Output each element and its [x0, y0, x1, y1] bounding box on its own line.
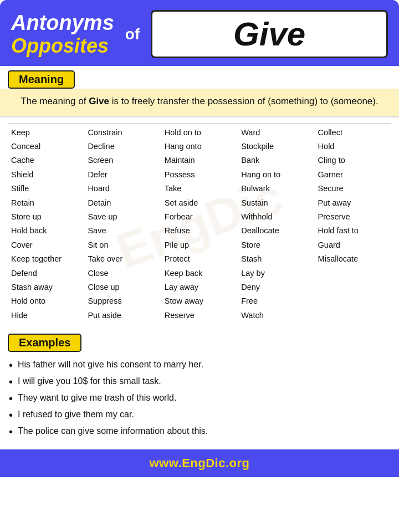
antonym-word: Preserve	[315, 210, 391, 224]
antonym-word: Pile up	[161, 238, 238, 252]
header-opposites: Opposites	[11, 35, 114, 57]
antonym-word: Screen	[84, 154, 161, 167]
antonym-word: Save up	[84, 210, 161, 224]
footer-brand: EngDic	[182, 456, 226, 470]
antonym-word: Save	[84, 224, 161, 238]
antonym-word: Refuse	[161, 224, 238, 238]
antonym-word: Stifle	[8, 182, 84, 196]
meaning-bold-word: Give	[89, 96, 109, 106]
meaning-text-before: The meaning of	[21, 96, 89, 106]
antonym-word: Forbear	[161, 210, 238, 224]
antonym-word: Watch	[238, 309, 314, 323]
antonym-word: Keep together	[8, 252, 84, 266]
examples-label: Examples	[8, 334, 81, 352]
antonym-word: Take	[161, 182, 238, 196]
antonym-word: Stash	[238, 252, 314, 266]
antonym-word: Suppress	[84, 294, 161, 308]
antonym-word: Garner	[315, 168, 391, 182]
antonym-word: Hang onto	[161, 140, 238, 154]
header: Antonyms Opposites of Give	[0, 0, 399, 66]
antonym-word: Deny	[238, 280, 314, 294]
example-item: The police can give some information abo…	[8, 423, 391, 439]
antonym-word: Detain	[84, 196, 161, 209]
antonym-word: Set aside	[161, 196, 238, 209]
antonym-word: Cache	[8, 154, 84, 167]
antonym-word: Hold fast to	[315, 224, 391, 238]
antonym-word: Stockpile	[238, 140, 314, 154]
antonym-word: Secure	[315, 182, 391, 196]
antonym-word: Keep	[8, 126, 84, 140]
antonym-word: Retain	[8, 196, 84, 209]
examples-label-row: Examples	[0, 330, 399, 352]
antonym-word: Close	[84, 266, 161, 280]
antonym-word: Hang on to	[238, 168, 314, 182]
antonyms-col-3: Hold on toHang ontoMaintainPossessTakeSe…	[161, 124, 238, 325]
antonym-word: Protect	[161, 252, 238, 266]
antonym-word: Bulwark	[238, 182, 314, 196]
footer-org: .org	[226, 456, 250, 470]
antonym-word: Constrain	[84, 126, 161, 140]
antonym-word: Keep back	[161, 266, 238, 280]
antonym-word: Deallocate	[238, 224, 314, 238]
antonyms-col-2: ConstrainDeclineScreenDeferHoardDetainSa…	[84, 124, 161, 325]
example-item: His father will not give his consent to …	[8, 356, 391, 373]
antonym-word: Shield	[8, 168, 84, 182]
antonym-word: Cling to	[315, 154, 391, 167]
antonym-word: Defend	[8, 266, 84, 280]
header-title-block: Antonyms Opposites	[11, 12, 114, 57]
header-of: of	[125, 25, 140, 43]
antonym-word: Decline	[84, 140, 161, 154]
meaning-label-row: Meaning	[0, 66, 399, 89]
antonym-word: Bank	[238, 154, 314, 167]
example-item: They want to give me trash of this world…	[8, 390, 391, 406]
antonym-word: Lay by	[238, 266, 314, 280]
antonym-word: Take over	[84, 252, 161, 266]
antonym-word: Stow away	[161, 294, 238, 308]
header-word: Give	[233, 15, 305, 53]
footer-text: www.EngDic.org	[150, 456, 250, 470]
meaning-text-after: is to freely transfer the possession of …	[109, 96, 378, 106]
meaning-box: The meaning of Give is to freely transfe…	[0, 89, 399, 117]
antonyms-grid: KeepConcealCacheShieldStifleRetainStore …	[8, 123, 391, 325]
example-item: I will give you 10$ for this small task.	[8, 373, 391, 390]
antonym-word: Put away	[315, 196, 391, 209]
antonym-word: Close up	[84, 280, 161, 294]
antonym-word: Defer	[84, 168, 161, 182]
header-antonyms: Antonyms	[11, 12, 114, 35]
antonym-word: Collect	[315, 126, 391, 140]
antonym-word: Conceal	[8, 140, 84, 154]
footer: www.EngDic.org	[0, 449, 399, 477]
antonym-word: Store up	[8, 210, 84, 224]
antonym-word: Hide	[8, 309, 84, 323]
antonym-word: Possess	[161, 168, 238, 182]
antonyms-col-4: WardStockpileBankHang on toBulwarkSustai…	[238, 124, 314, 325]
antonyms-col-5: CollectHoldCling toGarnerSecurePut awayP…	[315, 124, 391, 325]
antonym-word: Lay away	[161, 280, 238, 294]
header-word-box: Give	[151, 10, 388, 58]
antonym-word: Hold on to	[161, 126, 238, 140]
antonym-word: Withhold	[238, 210, 314, 224]
antonym-word: Hoard	[84, 182, 161, 196]
antonym-word: Put aside	[84, 309, 161, 323]
antonym-word: Maintain	[161, 154, 238, 167]
antonym-word: Store	[238, 238, 314, 252]
antonym-word: Ward	[238, 126, 314, 140]
antonym-word: Sustain	[238, 196, 314, 209]
antonym-word: Stash away	[8, 280, 84, 294]
antonym-word: Hold onto	[8, 294, 84, 308]
antonym-word: Guard	[315, 238, 391, 252]
example-item: I refused to give them my car.	[8, 406, 391, 423]
antonym-word: Sit on	[84, 238, 161, 252]
antonym-word: Cover	[8, 238, 84, 252]
antonyms-content-area: EngDic KeepConcealCacheShieldStifleRetai…	[0, 117, 399, 330]
antonym-word: Free	[238, 294, 314, 308]
examples-list: His father will not give his consent to …	[0, 352, 399, 447]
antonym-word: Hold back	[8, 224, 84, 238]
antonyms-col-1: KeepConcealCacheShieldStifleRetainStore …	[8, 124, 84, 325]
antonym-word: Misallocate	[315, 252, 391, 266]
antonym-word: Reserve	[161, 309, 238, 323]
antonym-word: Hold	[315, 140, 391, 154]
footer-www: www.	[150, 456, 182, 470]
meaning-label: Meaning	[8, 70, 75, 89]
